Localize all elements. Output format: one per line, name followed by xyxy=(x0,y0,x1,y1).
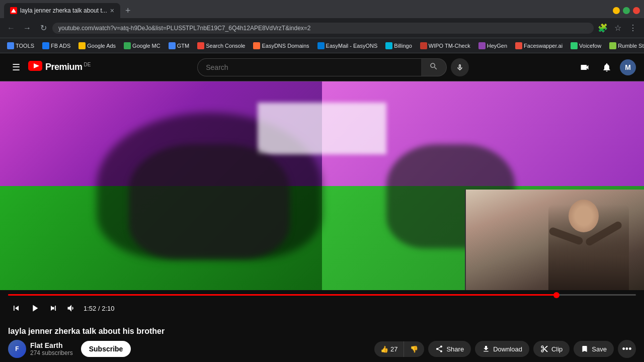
bookmark-label: EasyDNS Domains xyxy=(262,43,309,49)
search-submit-button[interactable] xyxy=(421,58,447,76)
bookmark-item[interactable]: Search Console xyxy=(194,41,248,50)
bookmark-label: Search Console xyxy=(206,43,245,49)
svg-marker-0 xyxy=(11,9,16,13)
channel-info: F Flat Earth 274 subscribers xyxy=(8,340,73,358)
video-container: 1:52 / 2:10 layla jenner zherka talk abo… xyxy=(0,81,644,362)
bookmark-favicon xyxy=(317,42,325,49)
video-wrapper[interactable] xyxy=(0,81,644,290)
bookmark-item[interactable]: FB ADS xyxy=(39,41,73,50)
maximize-button[interactable] xyxy=(623,7,630,14)
bookmark-label: Billingo xyxy=(394,43,412,49)
bookmark-label: WIPO TM-Check xyxy=(429,43,470,49)
subscribe-button[interactable]: Subscribe xyxy=(81,341,131,357)
bookmark-item[interactable]: Google MC xyxy=(121,41,164,50)
channel-name[interactable]: Flat Earth xyxy=(30,341,73,349)
bookmark-item[interactable]: GTM xyxy=(166,41,192,50)
yt-header: ☰ Premium DE xyxy=(0,53,644,81)
forward-button[interactable]: → xyxy=(20,21,34,35)
nav-bar: ← → ↻ youtube.com/watch?v=atq-h9DeJo&lis… xyxy=(0,18,644,38)
active-tab[interactable]: layla jenner zherka talk about t... × xyxy=(4,3,120,18)
create-button[interactable] xyxy=(576,58,594,76)
bookmark-label: Rumble Stats xyxy=(618,43,644,49)
tab-title: layla jenner zherka talk about t... xyxy=(20,7,107,14)
bookmark-item[interactable]: Billingo xyxy=(382,41,415,50)
bookmark-favicon xyxy=(124,42,131,49)
extensions-button[interactable]: 🧩 xyxy=(596,21,610,35)
minimize-button[interactable] xyxy=(613,7,620,14)
progress-bar-container[interactable] xyxy=(8,290,636,298)
bookmark-favicon xyxy=(7,42,14,49)
clip-label: Clip xyxy=(551,345,562,353)
youtube-app: ☰ Premium DE xyxy=(0,53,644,362)
bookmark-item[interactable]: WIPO TM-Check xyxy=(417,41,473,50)
more-actions-button[interactable]: ••• xyxy=(618,340,636,358)
like-count: 27 xyxy=(390,345,397,353)
nav-actions: 🧩 ☆ ⋮ xyxy=(596,21,640,35)
bookmark-favicon xyxy=(609,42,616,49)
address-bar[interactable]: youtube.com/watch?v=atq-h9DeJo&list=PLUS… xyxy=(52,23,594,34)
yt-menu-button[interactable]: ☰ xyxy=(8,58,24,77)
video-light-overlay xyxy=(258,103,386,155)
bookmark-favicon xyxy=(420,42,427,49)
bookmark-item[interactable]: EasyMail - EasyONS xyxy=(314,41,381,50)
download-button[interactable]: Download xyxy=(475,341,529,357)
bookmark-label: FB ADS xyxy=(51,43,70,49)
bookmark-label: GTM xyxy=(177,43,189,49)
menu-button[interactable]: ⋮ xyxy=(626,21,640,35)
video-meta: F Flat Earth 274 subscribers Subscribe 👍 xyxy=(8,340,636,358)
pip-video[interactable] xyxy=(465,190,644,290)
bookmark-favicon xyxy=(253,42,260,49)
video-controls: 1:52 / 2:10 xyxy=(0,290,644,321)
dislike-button[interactable]: 👎 xyxy=(404,341,424,357)
bookmarks-bar: TOOLSFB ADSGoogle AdsGoogle MCGTMSearch … xyxy=(0,38,644,53)
bookmark-item[interactable]: EasyDNS Domains xyxy=(250,41,312,50)
time-display: 1:52 / 2:10 xyxy=(84,305,114,312)
voice-search-button[interactable] xyxy=(451,58,469,76)
yt-logo-badge: DE xyxy=(84,62,91,67)
window-close-button[interactable] xyxy=(633,7,640,14)
bookmark-item[interactable]: Google Ads xyxy=(75,41,119,50)
save-label: Save xyxy=(592,345,607,353)
bookmark-item[interactable]: Rumble Stats xyxy=(606,41,644,50)
like-button[interactable]: 👍 27 xyxy=(374,341,404,357)
skip-forward-button[interactable] xyxy=(45,300,61,316)
tab-bar: layla jenner zherka talk about t... × + xyxy=(0,0,644,18)
bookmark-favicon xyxy=(385,42,392,49)
bookmark-favicon xyxy=(169,42,176,49)
new-tab-button[interactable]: + xyxy=(122,5,134,17)
bookmark-button[interactable]: ☆ xyxy=(611,21,625,35)
current-time: 1:52 xyxy=(84,305,96,312)
mute-button[interactable] xyxy=(63,300,79,316)
bookmark-item[interactable]: Voicefow xyxy=(568,41,604,50)
yt-content: 1:52 / 2:10 layla jenner zherka talk abo… xyxy=(0,81,644,362)
share-button[interactable]: Share xyxy=(428,341,471,357)
video-title: layla jenner zherka talk about his broth… xyxy=(8,327,636,336)
save-button[interactable]: Save xyxy=(574,341,614,357)
total-time: 2:10 xyxy=(102,305,114,312)
reload-button[interactable]: ↻ xyxy=(36,21,50,35)
controls-row: 1:52 / 2:10 xyxy=(8,298,636,321)
bookmark-item[interactable]: TOOLS xyxy=(4,41,37,50)
bookmark-label: Google Ads xyxy=(87,43,116,49)
play-pause-button[interactable] xyxy=(26,300,43,317)
progress-bar-fill xyxy=(8,294,556,296)
yt-search-container xyxy=(111,58,555,76)
user-avatar[interactable]: M xyxy=(620,59,636,75)
bookmark-item[interactable]: HeyGen xyxy=(475,41,510,50)
window-controls xyxy=(613,7,640,14)
notifications-button[interactable] xyxy=(598,58,616,76)
bookmark-item[interactable]: Faceswapper.ai xyxy=(512,41,566,50)
channel-avatar[interactable]: F xyxy=(8,340,26,358)
search-input[interactable] xyxy=(197,58,421,76)
like-dislike-group: 👍 27 👎 xyxy=(374,341,424,357)
channel-details: Flat Earth 274 subscribers xyxy=(30,341,73,356)
bookmark-favicon xyxy=(478,42,486,49)
tab-close-button[interactable]: × xyxy=(110,7,114,15)
pip-person-head xyxy=(569,200,599,232)
bookmark-label: TOOLS xyxy=(16,43,34,49)
video-info: layla jenner zherka talk about his broth… xyxy=(0,321,644,362)
clip-button[interactable]: Clip xyxy=(533,341,570,357)
back-button[interactable]: ← xyxy=(4,21,18,35)
download-label: Download xyxy=(493,345,522,353)
skip-back-button[interactable] xyxy=(8,300,24,316)
